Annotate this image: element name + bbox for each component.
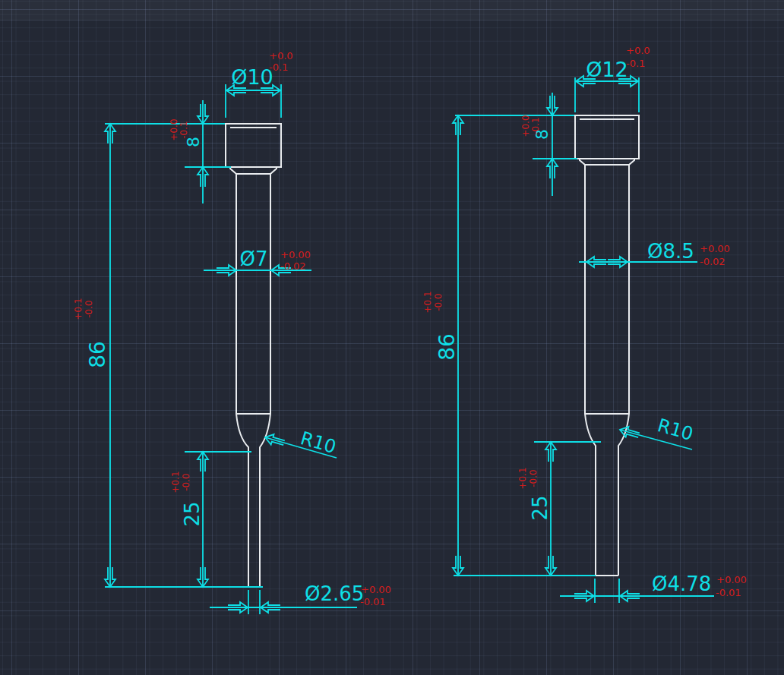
left-head-height-dimension[interactable]: 8 +0.0 -0.1 (105, 100, 231, 203)
left-head-diameter-tol-lower[interactable]: -0.1 (269, 62, 288, 73)
right-tip-length-label[interactable]: 25 (529, 495, 552, 520)
left-punch-shank-outline[interactable] (236, 174, 270, 414)
right-punch-view[interactable]: Ø12 +0.0 -0.1 8 +0.0 -0.1 86 +0.1 -0.0 (422, 45, 747, 603)
left-head-height-tol-lower[interactable]: -0.1 (179, 121, 189, 138)
right-tip-diameter-tol-lower[interactable]: -0.01 (716, 587, 741, 598)
right-overall-length-lines[interactable] (454, 115, 596, 576)
left-head-height-lines[interactable] (105, 100, 231, 203)
left-shoulder-radius-dimension[interactable]: R10 (264, 427, 338, 458)
left-shank-diameter-tol-upper[interactable]: +0.00 (280, 249, 311, 260)
right-overall-length-tol-lower[interactable]: -0.0 (433, 293, 444, 311)
left-shank-diameter-tol-lower[interactable]: -0.02 (280, 260, 306, 272)
right-head-height-dimension[interactable]: 8 +0.0 -0.1 (455, 93, 577, 196)
left-overall-length-label[interactable]: 86 (85, 341, 110, 368)
left-shoulder-radius-label[interactable]: R10 (298, 427, 338, 458)
left-punch-view[interactable]: Ø10 +0.0 -0.1 8 +0.0 -0.1 86 +0.1 -0.0 (73, 50, 391, 614)
left-head-diameter-tol-upper[interactable]: +0.0 (269, 50, 293, 62)
left-shank-diameter-dimension[interactable]: Ø7 +0.00 -0.02 (204, 248, 311, 276)
left-punch-head-outline[interactable] (226, 124, 281, 167)
left-tip-length-label[interactable]: 25 (181, 501, 204, 526)
right-tip-length-tol-lower[interactable]: -0.0 (528, 469, 539, 487)
right-shank-diameter-dimension[interactable]: Ø8.5 +0.00 -0.02 (579, 240, 730, 267)
right-overall-length-tol-upper[interactable]: +0.1 (422, 291, 433, 313)
right-head-diameter-label[interactable]: Ø12 (586, 58, 628, 81)
left-punch-neck-outline[interactable] (230, 167, 277, 174)
right-tip-diameter-dimension[interactable]: Ø4.78 +0.00 -0.01 (560, 572, 747, 603)
left-head-diameter-dimension[interactable]: Ø10 +0.0 -0.1 (226, 50, 293, 118)
right-overall-length-dimension[interactable]: 86 +0.1 -0.0 (422, 115, 596, 576)
cad-viewport[interactable]: Ø10 +0.0 -0.1 8 +0.0 -0.1 86 +0.1 -0.0 (0, 0, 784, 675)
right-punch-tip-outline[interactable] (585, 414, 629, 576)
left-shank-diameter-label[interactable]: Ø7 (239, 248, 267, 270)
right-head-diameter-lines[interactable] (575, 77, 639, 112)
right-head-height-tol-lower[interactable]: -0.1 (530, 117, 541, 134)
left-head-diameter-label[interactable]: Ø10 (231, 65, 273, 89)
right-head-diameter-tol-lower[interactable]: -0.1 (626, 58, 645, 69)
right-shank-diameter-label[interactable]: Ø8.5 (647, 240, 694, 263)
left-head-height-tol-upper[interactable]: +0.0 (169, 118, 179, 140)
left-punch-tip-outline[interactable] (236, 414, 270, 587)
cad-drawing-canvas[interactable]: Ø10 +0.0 -0.1 8 +0.0 -0.1 86 +0.1 -0.0 (0, 0, 784, 675)
right-tip-diameter-tol-upper[interactable]: +0.00 (716, 574, 747, 585)
right-tip-length-tol-upper[interactable]: +0.1 (517, 467, 528, 489)
right-head-height-tol-upper[interactable]: +0.0 (520, 115, 531, 137)
left-tip-diameter-tol-lower[interactable]: -0.01 (360, 596, 386, 607)
left-overall-length-tol-upper[interactable]: +0.1 (73, 298, 84, 320)
right-shank-diameter-tol-lower[interactable]: -0.02 (700, 256, 726, 267)
left-tip-length-tol-upper[interactable]: +0.1 (170, 471, 181, 493)
right-punch-neck-outline[interactable] (580, 159, 634, 165)
left-tip-length-dimension[interactable]: 25 +0.1 -0.0 (170, 452, 251, 587)
right-punch-head-outline[interactable] (575, 115, 639, 159)
right-head-height-lines[interactable] (455, 93, 577, 196)
right-shank-diameter-tol-upper[interactable]: +0.00 (700, 243, 730, 254)
right-head-diameter-tol-upper[interactable]: +0.0 (626, 45, 650, 56)
left-tip-diameter-tol-upper[interactable]: +0.00 (361, 584, 391, 595)
left-tip-diameter-label[interactable]: Ø2.65 (305, 582, 364, 605)
right-tip-diameter-label[interactable]: Ø4.78 (652, 572, 711, 595)
right-overall-length-label[interactable]: 86 (435, 333, 460, 361)
right-tip-length-dimension[interactable]: 25 +0.1 -0.0 (517, 442, 601, 576)
right-head-diameter-dimension[interactable]: Ø12 +0.0 -0.1 (575, 45, 650, 112)
left-overall-length-dimension[interactable]: 86 +0.1 -0.0 (73, 124, 263, 587)
right-punch-shank-outline[interactable] (585, 165, 629, 414)
right-punch-geometry[interactable] (575, 115, 639, 576)
left-head-diameter-lines[interactable] (226, 84, 281, 118)
left-punch-geometry[interactable] (226, 124, 281, 587)
left-tip-length-tol-lower[interactable]: -0.0 (181, 473, 191, 490)
right-shoulder-radius-dimension[interactable]: R10 (618, 415, 695, 449)
left-overall-length-tol-lower[interactable]: -0.0 (84, 300, 94, 317)
